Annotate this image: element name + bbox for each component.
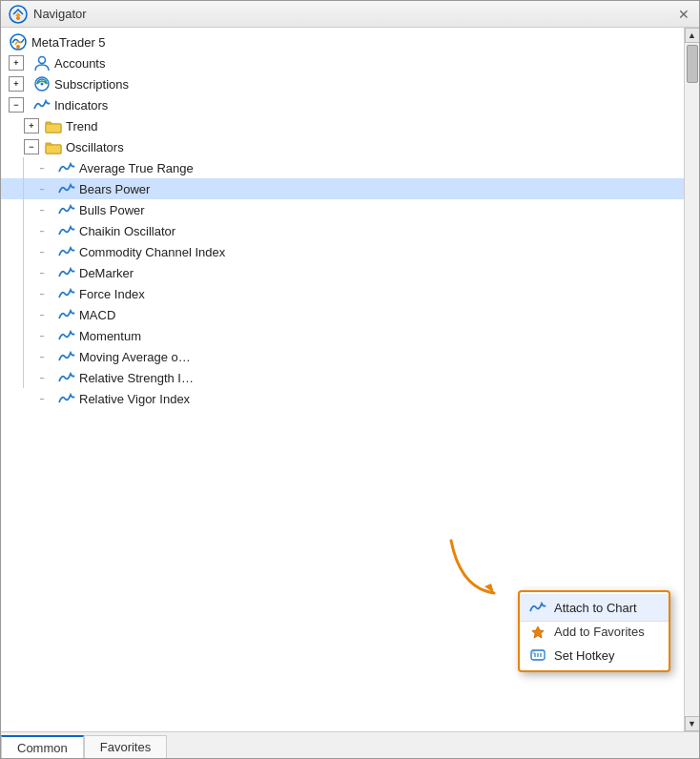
dash-connector: ···· — [39, 393, 58, 404]
indicators-label: Indicators — [54, 98, 108, 113]
svg-point-6 — [41, 83, 44, 86]
chaikin-item[interactable]: ···· Chaikin Oscillator — [1, 220, 684, 241]
dash-connector: ···· — [39, 309, 58, 320]
attach-chart-icon — [529, 599, 546, 616]
svg-point-3 — [16, 45, 20, 49]
oscillators-expand-btn[interactable]: − — [24, 139, 39, 154]
momentum-label: Momentum — [79, 329, 141, 343]
avg-true-range-item[interactable]: ···· Average True Range — [1, 157, 684, 178]
navigator-window: Navigator ✕ MetaTrader 5 + — [0, 0, 700, 759]
avg-true-range-label: Average True Range — [79, 161, 194, 175]
moving-avg-item[interactable]: ···· Moving Average o… — [1, 346, 684, 367]
moving-avg-label: Moving Average o… — [79, 350, 191, 364]
indicators-item[interactable]: − Indicators — [1, 94, 684, 115]
momentum-item[interactable]: ···· Momentum — [1, 325, 684, 346]
force-icon — [58, 286, 75, 301]
svg-rect-7 — [46, 124, 61, 133]
context-menu-add-favorites[interactable]: Add to Favorites — [520, 621, 669, 642]
context-menu-set-hotkey[interactable]: Set Hotkey — [520, 642, 669, 668]
bulls-power-icon — [58, 202, 75, 217]
trend-label: Trend — [66, 119, 97, 133]
scroll-down-arrow[interactable]: ▼ — [685, 716, 700, 731]
title-bar: Navigator ✕ — [1, 1, 699, 28]
bottom-tabs: Common Favorites — [1, 731, 699, 758]
avg-true-range-icon — [58, 160, 75, 175]
accounts-label: Accounts — [54, 56, 105, 71]
add-favorites-icon — [529, 624, 546, 641]
chaikin-icon — [58, 223, 75, 238]
oscillators-label: Oscillators — [66, 140, 124, 154]
demarker-item[interactable]: ···· DeMarker — [1, 262, 684, 283]
dash-connector: ···· — [39, 183, 58, 195]
commodity-label: Commodity Channel Index — [79, 245, 225, 259]
scroll-up-arrow[interactable]: ▲ — [685, 28, 700, 43]
tab-favorites[interactable]: Favorites — [84, 735, 167, 758]
svg-point-1 — [16, 16, 20, 20]
oscillators-item[interactable]: − Oscillators — [1, 136, 684, 157]
dash-connector: ···· — [39, 288, 58, 299]
tree-root-item[interactable]: MetaTrader 5 — [1, 31, 684, 52]
metatrader5-logo-icon — [9, 32, 28, 51]
indicators-expand-btn[interactable]: − — [9, 97, 24, 113]
close-button[interactable]: ✕ — [676, 7, 691, 22]
dash-connector: ···· — [39, 267, 58, 278]
window-title: Navigator — [33, 7, 87, 21]
root-label: MetaTrader 5 — [31, 35, 106, 50]
scrollbar[interactable]: ▲ ▼ — [684, 28, 699, 731]
indicators-icon — [33, 97, 51, 113]
moving-avg-icon — [58, 349, 75, 364]
relative-vigor-label: Relative Vigor Index — [79, 392, 190, 406]
macd-icon — [58, 307, 75, 322]
subscriptions-icon — [33, 75, 51, 92]
rsi-icon — [58, 370, 75, 385]
demarker-icon — [58, 265, 75, 280]
dash-connector: ···· — [39, 225, 58, 236]
attach-chart-label: Attach to Chart — [554, 601, 637, 615]
force-label: Force Index — [79, 287, 145, 301]
dash-connector: ···· — [39, 204, 58, 215]
bulls-power-item[interactable]: ···· Bulls Power — [1, 199, 684, 220]
subscriptions-label: Subscriptions — [54, 77, 129, 92]
svg-rect-14 — [532, 651, 535, 654]
scroll-thumb[interactable] — [687, 45, 698, 83]
scroll-track[interactable] — [685, 43, 699, 716]
dash-connector: ···· — [39, 372, 58, 383]
commodity-item[interactable]: ···· Commodity Channel Index — [1, 241, 684, 262]
svg-rect-8 — [46, 145, 61, 154]
demarker-label: DeMarker — [79, 266, 134, 280]
rsi-label: Relative Strength I… — [79, 371, 194, 385]
set-hotkey-label: Set Hotkey — [554, 648, 615, 663]
accounts-icon — [33, 54, 51, 72]
accounts-item[interactable]: + Accounts — [1, 52, 684, 73]
set-hotkey-icon — [529, 646, 546, 664]
metatrader-logo-icon — [9, 5, 28, 24]
accounts-expand-btn[interactable]: + — [9, 55, 24, 71]
title-bar-left: Navigator — [9, 5, 87, 24]
dash-connector: ···· — [39, 330, 58, 341]
bears-power-label: Bears Power — [79, 182, 150, 196]
macd-label: MACD — [79, 308, 115, 322]
svg-point-4 — [39, 57, 46, 64]
macd-item[interactable]: ···· MACD — [1, 304, 684, 325]
bulls-power-label: Bulls Power — [79, 203, 145, 217]
momentum-icon — [58, 328, 75, 343]
trend-folder-icon — [45, 119, 62, 133]
chaikin-label: Chaikin Oscillator — [79, 224, 175, 238]
subscriptions-expand-btn[interactable]: + — [9, 76, 24, 92]
svg-marker-9 — [532, 626, 544, 638]
force-item[interactable]: ···· Force Index — [1, 283, 684, 304]
trend-expand-btn[interactable]: + — [24, 118, 39, 133]
oscillators-folder-icon — [45, 140, 62, 154]
trend-item[interactable]: + Trend — [1, 115, 684, 136]
commodity-icon — [58, 244, 75, 259]
dash-connector: ···· — [39, 351, 58, 362]
rsi-item[interactable]: ···· Relative Strength I… — [1, 367, 684, 388]
dash-connector: ···· — [39, 246, 58, 257]
bears-power-item[interactable]: ···· Bears Power — [1, 178, 684, 199]
relative-vigor-item[interactable]: ···· Relative Vigor Index — [1, 388, 684, 409]
context-menu-attach[interactable]: Attach to Chart — [520, 594, 669, 621]
relative-vigor-icon — [58, 391, 75, 406]
context-menu: Attach to Chart Add to Favorites — [518, 590, 670, 672]
subscriptions-item[interactable]: + Subscriptions — [1, 73, 684, 94]
tab-common[interactable]: Common — [1, 735, 84, 758]
